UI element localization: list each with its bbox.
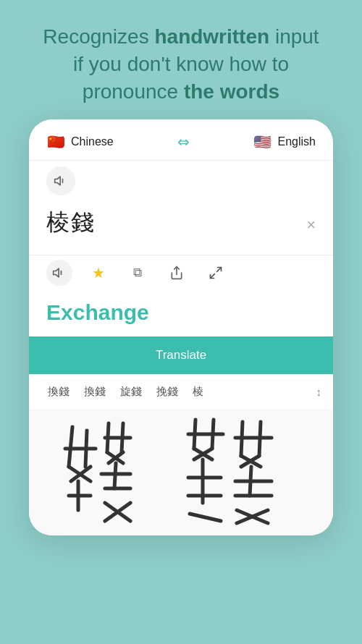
expand-icon: [209, 266, 223, 280]
handwriting-area[interactable]: [29, 409, 333, 535]
speaker-icon-source: [54, 174, 68, 188]
chinese-flag: 🇨🇳: [46, 132, 65, 151]
phone-card: 🇨🇳 Chinese ⇔ 🇺🇸 English: [29, 119, 333, 535]
copy-button[interactable]: ⧉: [125, 260, 151, 286]
main-container: Recognizes handwritten input if you don'…: [0, 0, 362, 644]
suggestion-scroll-icon: ↕: [316, 386, 322, 398]
target-language[interactable]: 🇺🇸 English: [253, 132, 316, 151]
expand-button[interactable]: [203, 260, 229, 286]
translation-result: Exchange: [29, 295, 333, 336]
suggestion-5[interactable]: 棱: [185, 382, 211, 402]
header-normal-1: Recognizes: [43, 25, 154, 48]
share-button[interactable]: [164, 260, 190, 286]
svg-marker-0: [55, 177, 61, 186]
header-line1: Recognizes handwritten input: [43, 25, 319, 48]
header-bold-3: the words: [184, 80, 279, 103]
share-icon: [169, 266, 184, 280]
close-button[interactable]: ×: [306, 216, 316, 234]
header-line2: if you don't know how to: [73, 53, 289, 75]
copy-icon: ⧉: [133, 266, 142, 280]
source-text: 棱錢: [46, 203, 316, 247]
header-text: Recognizes handwritten input if you don'…: [0, 0, 362, 119]
suggestions-bar: 換錢 換錢 旋錢 挽錢 棱 ↕: [29, 374, 333, 409]
favorite-button[interactable]: ★: [85, 260, 111, 286]
swap-arrows-icon: ⇔: [177, 134, 190, 150]
swap-button[interactable]: ⇔: [177, 133, 190, 151]
source-language-label: Chinese: [71, 135, 114, 148]
source-panel: × 棱錢: [29, 161, 333, 255]
suggestion-1[interactable]: 換錢: [41, 382, 77, 402]
speaker-button-source[interactable]: [46, 166, 75, 195]
english-flag: 🇺🇸: [253, 132, 272, 151]
source-language[interactable]: 🇨🇳 Chinese: [46, 132, 114, 151]
svg-line-32: [190, 514, 221, 521]
suggestion-2[interactable]: 換錢: [77, 382, 113, 402]
svg-line-6: [211, 274, 215, 279]
suggestion-3[interactable]: 旋錢: [113, 382, 149, 402]
translate-button[interactable]: Translate: [29, 336, 333, 374]
star-icon: ★: [92, 264, 105, 281]
action-bar: ★ ⧉: [29, 255, 333, 295]
language-bar: 🇨🇳 Chinese ⇔ 🇺🇸 English: [29, 119, 333, 160]
svg-line-5: [217, 268, 222, 272]
svg-marker-2: [54, 269, 59, 278]
speaker-icon-result: [52, 266, 67, 280]
speaker-button-result[interactable]: [46, 260, 72, 286]
header-bold-1: handwritten: [154, 25, 269, 48]
suggestion-4[interactable]: 挽錢: [149, 382, 185, 402]
target-language-label: English: [278, 135, 316, 148]
handwriting-svg: [29, 409, 333, 535]
header-end-1: input: [269, 25, 319, 48]
header-normal-3: pronounce: [83, 80, 184, 103]
